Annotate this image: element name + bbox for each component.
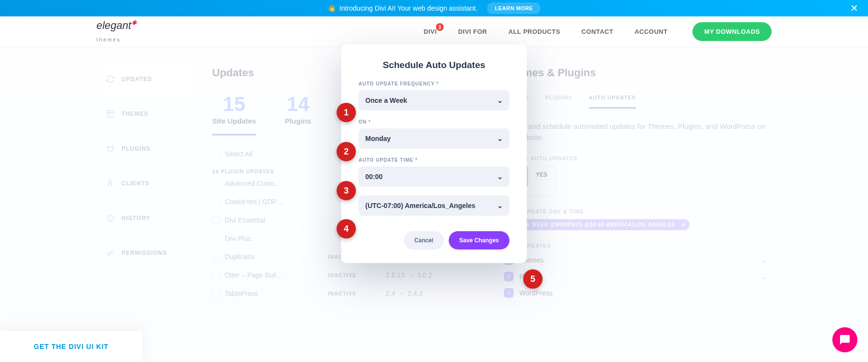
frequency-select[interactable]: Once a Week⌄ xyxy=(359,90,510,111)
frequency-label: AUTO UPDATE FREQUENCY * xyxy=(359,81,510,86)
step-marker-3: 3 xyxy=(337,181,356,200)
nav-divi[interactable]: DIVI3 xyxy=(424,28,437,35)
chevron-down-icon: ⌄ xyxy=(497,135,503,142)
save-button[interactable]: Save Changes xyxy=(448,231,509,250)
cancel-button[interactable]: Cancel xyxy=(404,231,444,250)
select-value: 00:00 xyxy=(366,173,383,181)
step-marker-1: 1 xyxy=(337,103,356,122)
select-value: Once a Week xyxy=(366,97,407,104)
chevron-down-icon: ⌄ xyxy=(497,202,503,209)
select-value: Monday xyxy=(366,135,391,142)
step-marker-5: 5 xyxy=(523,269,542,289)
time-label: AUTO UPDATE TIME * xyxy=(359,157,510,163)
select-value: (UTC-07:00) America/Los_Angeles xyxy=(366,202,475,209)
nav-account[interactable]: ACCOUNT xyxy=(635,28,668,35)
top-banner: 👋 Introducing Divi AI! Your web design a… xyxy=(0,0,868,16)
navbar: elegant✱themes DIVI3 DIVI FOR ALL PRODUC… xyxy=(0,16,868,47)
time-select[interactable]: 00:00⌄ xyxy=(359,167,510,187)
nav-divi-for[interactable]: DIVI FOR xyxy=(458,28,487,35)
banner-content: 👋 Introducing Divi AI! Your web design a… xyxy=(327,2,541,14)
chevron-down-icon: ⌄ xyxy=(497,173,503,181)
schedule-modal: Schedule Auto Updates AUTO UPDATE FREQUE… xyxy=(341,44,527,263)
learn-more-button[interactable]: LEARN MORE xyxy=(487,2,541,14)
star-icon: ✱ xyxy=(131,19,137,27)
nav-all-products[interactable]: ALL PRODUCTS xyxy=(508,28,560,35)
nav-contact[interactable]: CONTACT xyxy=(582,28,613,35)
modal-title: Schedule Auto Updates xyxy=(359,60,510,70)
day-select[interactable]: Monday⌄ xyxy=(359,128,510,149)
my-downloads-button[interactable]: MY DOWNLOADS xyxy=(692,22,772,41)
chat-fab[interactable] xyxy=(832,327,857,352)
step-marker-4: 4 xyxy=(337,219,356,238)
step-marker-2: 2 xyxy=(337,142,356,161)
close-icon[interactable]: ✕ xyxy=(850,2,858,14)
day-label: ON * xyxy=(359,119,510,125)
timezone-select[interactable]: (UTC-07:00) America/Los_Angeles⌄ xyxy=(359,195,510,216)
badge-count: 3 xyxy=(436,23,444,31)
divi-ui-kit-cta[interactable]: GET THE DIVI UI KIT xyxy=(0,331,142,362)
chat-icon xyxy=(839,334,851,346)
logo[interactable]: elegant✱themes xyxy=(96,19,137,44)
banner-text: Introducing Divi AI! Your web design ass… xyxy=(339,4,477,12)
wave-icon: 👋 xyxy=(327,4,336,12)
chevron-down-icon: ⌄ xyxy=(497,97,503,104)
